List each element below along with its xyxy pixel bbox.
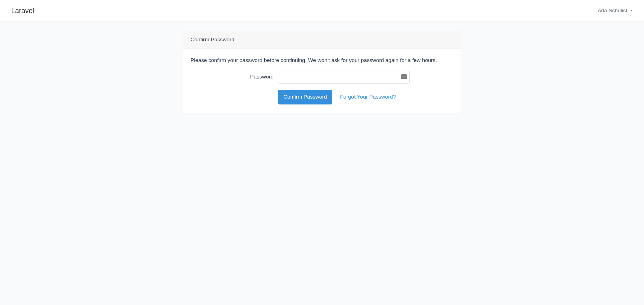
password-row: Password (191, 70, 453, 84)
user-menu-dropdown[interactable]: Ada Schulist (598, 6, 633, 15)
svg-point-2 (405, 77, 406, 77)
password-input[interactable] (278, 70, 410, 84)
main-container: Confirm Password Please confirm your pas… (129, 21, 515, 113)
password-manager-icon[interactable] (401, 74, 407, 79)
chevron-down-icon (630, 10, 633, 11)
confirm-password-button[interactable]: Confirm Password (278, 90, 332, 104)
svg-point-1 (404, 77, 405, 77)
password-label: Password (191, 73, 278, 81)
form-actions: Confirm Password Forgot Your Password? (278, 90, 453, 104)
brand-link[interactable]: Laravel (11, 5, 34, 16)
card-header: Confirm Password (183, 31, 461, 49)
confirm-message: Please confirm your password before cont… (191, 56, 453, 65)
svg-point-0 (403, 77, 403, 77)
navbar: Laravel Ada Schulist (0, 0, 644, 21)
user-name: Ada Schulist (598, 6, 627, 15)
card-body: Please confirm your password before cont… (183, 49, 461, 113)
confirm-password-card: Confirm Password Please confirm your pas… (183, 31, 461, 113)
forgot-password-link[interactable]: Forgot Your Password? (340, 93, 396, 101)
password-input-wrap (278, 70, 410, 84)
